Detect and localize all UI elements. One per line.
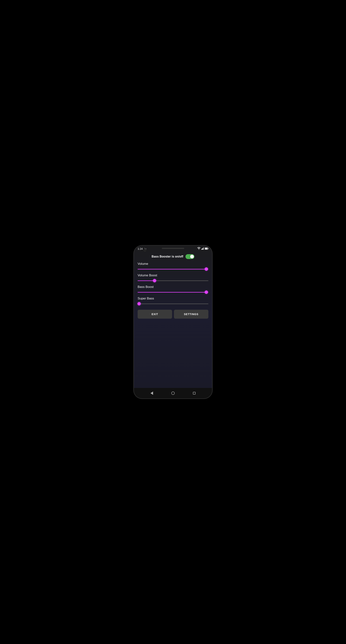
- status-icons: [197, 247, 208, 250]
- super-bass-track: [138, 304, 208, 304]
- back-button[interactable]: [150, 392, 153, 395]
- super-bass-thumb[interactable]: [137, 302, 141, 306]
- bass-booster-toggle[interactable]: [185, 254, 194, 259]
- super-bass-slider[interactable]: [138, 302, 208, 306]
- volume-boost-slider-section: Volume Boost: [138, 274, 208, 282]
- time-display: 1:24: [138, 247, 143, 250]
- exit-button[interactable]: EXIT: [138, 310, 172, 319]
- bass-boost-fill: [138, 292, 206, 292]
- signal-icon: [201, 247, 204, 250]
- svg-rect-3: [203, 248, 203, 250]
- volume-fill: [138, 269, 206, 270]
- volume-slider[interactable]: [138, 267, 208, 271]
- svg-rect-6: [208, 248, 208, 249]
- volume-label: Volume: [138, 262, 208, 266]
- app-content: Bass Booster is on/off Volume Volume Boo…: [134, 251, 212, 388]
- bass-boost-thumb[interactable]: [205, 290, 208, 294]
- wifi-icon: [197, 247, 201, 250]
- super-bass-label: Super Bass: [138, 297, 208, 300]
- header-title: Bass Booster is on/off: [152, 255, 183, 258]
- svg-rect-2: [202, 248, 203, 250]
- action-buttons: EXIT SETTINGS: [138, 310, 208, 319]
- header-row: Bass Booster is on/off: [138, 253, 208, 262]
- recents-button[interactable]: [193, 392, 196, 394]
- volume-slider-section: Volume: [138, 262, 208, 271]
- camera-icon: [144, 249, 146, 252]
- svg-rect-1: [201, 249, 202, 250]
- svg-rect-4: [204, 247, 204, 250]
- bass-boost-slider-section: Bass Boost: [138, 285, 208, 294]
- svg-point-0: [199, 249, 199, 250]
- svg-rect-7: [205, 248, 207, 249]
- settings-button[interactable]: SETTINGS: [174, 310, 208, 319]
- volume-thumb[interactable]: [205, 268, 208, 271]
- bass-boost-slider[interactable]: [138, 290, 208, 294]
- bass-boost-label: Bass Boost: [138, 285, 208, 289]
- super-bass-slider-section: Super Bass: [138, 297, 208, 306]
- navigation-bar: [134, 388, 212, 398]
- volume-boost-fill: [138, 280, 155, 281]
- volume-boost-label: Volume Boost: [138, 274, 208, 277]
- phone-screen: 1:24 ♩♪: [134, 246, 212, 388]
- volume-boost-thumb[interactable]: [153, 279, 156, 282]
- home-button[interactable]: [171, 392, 175, 395]
- battery-icon: [205, 247, 208, 250]
- phone-frame: 1:24 ♩♪: [134, 246, 212, 398]
- volume-boost-slider[interactable]: [138, 279, 208, 282]
